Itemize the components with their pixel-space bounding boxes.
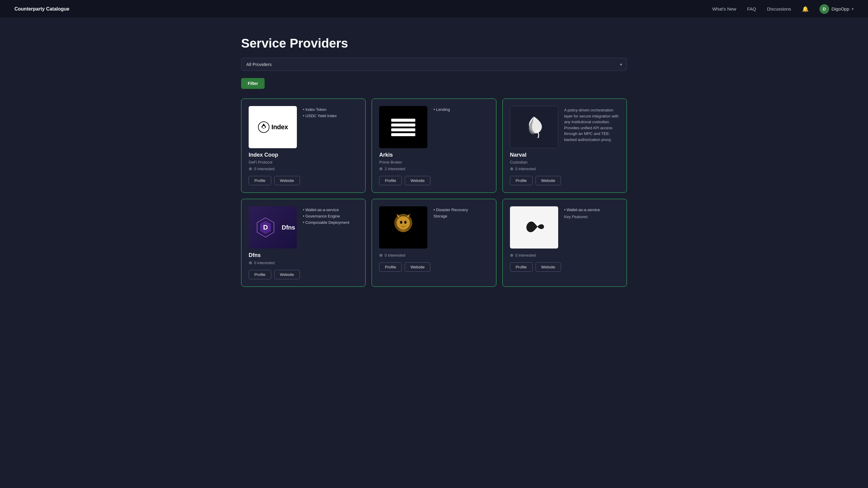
interested-count: 0 interested: [516, 167, 536, 171]
card-interested: ⊕ 0 interested: [379, 253, 489, 258]
card-actions: Profile Website: [510, 262, 619, 272]
svg-text:D: D: [263, 224, 268, 231]
filter-button[interactable]: Filter: [241, 78, 265, 89]
last-icon: [521, 214, 548, 241]
card-top: A policy-driven orchestration layer for …: [510, 106, 619, 148]
narval-icon: [518, 110, 551, 144]
interested-icon: ⊕: [379, 166, 383, 171]
card-name: Index Coop: [249, 152, 358, 158]
card-narval: A policy-driven orchestration layer for …: [502, 98, 627, 193]
cards-grid: Index • Index Token • USDC Yield Index I…: [241, 98, 627, 287]
card-logo-index-coop: Index: [249, 106, 297, 148]
username: DigoOpp: [832, 6, 849, 11]
index-icon: [258, 121, 270, 133]
card-interested: ⊕ 0 interested: [510, 253, 619, 258]
card-index-coop: Index • Index Token • USDC Yield Index I…: [241, 98, 366, 193]
tag-1: • USDC Yield Index: [303, 113, 337, 118]
index-coop-logo-image: Index: [249, 106, 297, 148]
website-button[interactable]: Website: [405, 262, 430, 272]
tag-0: • Index Token: [303, 107, 337, 112]
nav-link-faq[interactable]: FAQ: [747, 6, 756, 11]
interested-count: 0 interested: [254, 261, 275, 265]
user-menu[interactable]: D DigoOpp ▾: [819, 4, 854, 14]
chevron-down-icon: ▾: [852, 7, 854, 11]
tag-1: • Governance Engine: [303, 214, 349, 218]
website-button[interactable]: Website: [535, 262, 561, 272]
website-button[interactable]: Website: [274, 176, 300, 185]
card-name: Narval: [510, 152, 619, 158]
card-last: • Wallet-as-a-service Key Features: ⊕ 0 …: [502, 199, 627, 287]
svg-rect-3: [391, 124, 415, 127]
main-content: Service Providers All Providers ▾ Filter: [217, 18, 651, 299]
filter-dropdown-wrapper: All Providers ▾: [241, 58, 627, 71]
interested-icon: ⊕: [249, 166, 252, 171]
svg-point-14: [404, 221, 407, 224]
card-actions: Profile Website: [510, 176, 619, 185]
interested-icon: ⊕: [379, 253, 383, 258]
navbar: Counterparty Catalogue What's New FAQ Di…: [0, 0, 868, 18]
card-tags: • Wallet-as-a-service Key Features:: [564, 206, 600, 220]
card-info: ⊕ 0 interested: [510, 252, 619, 258]
nav-link-discussions[interactable]: Discussions: [767, 6, 791, 11]
svg-point-12: [397, 216, 410, 230]
avatar: D: [819, 4, 829, 14]
nav-link-whats-new[interactable]: What's New: [712, 6, 736, 11]
card-logo-dfns: D Dfns: [249, 206, 297, 249]
card-actions: Profile Website: [379, 176, 489, 185]
arkis-icon: [387, 115, 420, 139]
tag-0: • Disaster Recovery: [433, 207, 468, 212]
card-tags: A policy-driven orchestration layer for …: [564, 106, 619, 142]
profile-button[interactable]: Profile: [510, 262, 532, 272]
svg-point-1: [262, 126, 265, 128]
svg-rect-5: [391, 133, 415, 136]
website-button[interactable]: Website: [535, 176, 561, 185]
website-button[interactable]: Website: [274, 270, 300, 279]
card-dfns: D Dfns • Wallet-as-a-service • Governanc…: [241, 199, 366, 287]
tag-0: • Wallet-as-a-service: [564, 207, 600, 212]
card-top: Index • Index Token • USDC Yield Index: [249, 106, 358, 148]
card-lion: • Disaster Recovery Storage ⊕ 0 interest…: [372, 199, 496, 287]
interested-count: 0 interested: [384, 253, 405, 258]
card-description: Key Features:: [564, 214, 600, 220]
card-logo-last: [510, 206, 558, 249]
profile-button[interactable]: Profile: [510, 176, 532, 185]
card-arkis: • Lending Arkis Prime Broker ⊕ 2 interes…: [372, 98, 496, 193]
card-name: Dfns: [249, 252, 358, 258]
card-actions: Profile Website: [379, 262, 489, 272]
lion-icon: [387, 211, 420, 244]
nav-logo[interactable]: Counterparty Catalogue: [14, 6, 69, 12]
profile-button[interactable]: Profile: [379, 262, 402, 272]
svg-rect-4: [391, 128, 415, 131]
card-name: Arkis: [379, 152, 489, 158]
card-top: • Disaster Recovery Storage: [379, 206, 489, 249]
card-top: D Dfns • Wallet-as-a-service • Governanc…: [249, 206, 358, 249]
card-interested: ⊕ 0 interested: [249, 260, 358, 265]
tag-0: • Wallet-as-a-service: [303, 207, 349, 212]
tag-2: • Composable Deployment: [303, 220, 349, 225]
card-type: Prime Broker: [379, 160, 489, 164]
notification-bell-icon[interactable]: 🔔: [802, 6, 809, 12]
card-tags: • Lending: [433, 106, 450, 112]
interested-icon: ⊕: [249, 260, 252, 265]
dfns-logo-image: D Dfns: [249, 206, 297, 249]
nav-right: What's New FAQ Discussions 🔔 D DigoOpp ▾: [712, 4, 854, 14]
card-info: Arkis Prime Broker ⊕ 2 interested: [379, 152, 489, 171]
profile-button[interactable]: Profile: [379, 176, 402, 185]
card-tags: • Disaster Recovery Storage: [433, 206, 468, 218]
website-button[interactable]: Website: [405, 176, 430, 185]
svg-rect-2: [391, 119, 415, 122]
interested-count: 0 interested: [516, 253, 536, 258]
tag-1: Storage: [433, 214, 468, 218]
card-top: • Wallet-as-a-service Key Features:: [510, 206, 619, 249]
card-description: A policy-driven orchestration layer for …: [564, 107, 619, 142]
profile-button[interactable]: Profile: [249, 270, 271, 279]
narval-logo-image: [510, 106, 558, 148]
card-tags: • Index Token • USDC Yield Index: [303, 106, 337, 118]
interested-count: 2 interested: [384, 167, 405, 171]
profile-button[interactable]: Profile: [249, 176, 271, 185]
provider-filter-dropdown[interactable]: All Providers: [241, 58, 627, 71]
card-logo-lion: [379, 206, 427, 249]
svg-point-13: [400, 221, 402, 224]
card-info: ⊕ 0 interested: [379, 252, 489, 258]
card-actions: Profile Website: [249, 270, 358, 279]
